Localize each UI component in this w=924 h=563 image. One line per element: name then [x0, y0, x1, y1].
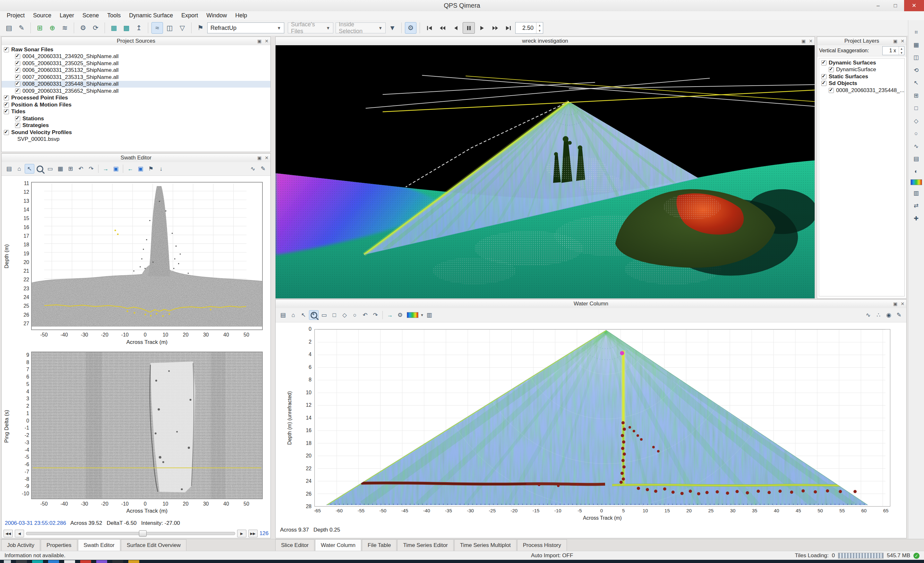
static-surface-icon[interactable]: ▩: [121, 22, 132, 34]
swath-editor-header[interactable]: Swath Editor ▣✕: [2, 154, 270, 162]
tab-process-history[interactable]: Process History: [517, 539, 567, 551]
checkbox[interactable]: [15, 54, 20, 59]
menu-project[interactable]: Project: [3, 11, 29, 20]
last-ping-button[interactable]: ▶▶: [248, 530, 258, 538]
list-view-icon[interactable]: ▤: [912, 154, 921, 163]
tree-item[interactable]: DynamicSurface: [819, 66, 904, 73]
checkbox[interactable]: [15, 75, 20, 80]
polygon-select-icon[interactable]: ◇: [912, 116, 921, 126]
float-panel-icon[interactable]: ▣: [257, 155, 261, 160]
export-image-icon[interactable]: ▤: [4, 164, 14, 174]
go-first-button[interactable]: [423, 22, 435, 34]
vertical-exaggeration-spinner[interactable]: 1 x ▲▼: [882, 46, 904, 55]
move-3d-icon[interactable]: ✚: [912, 214, 921, 223]
menu-tools[interactable]: Tools: [103, 11, 125, 20]
checkbox[interactable]: [829, 67, 834, 72]
tree-item[interactable]: Processed Point Files: [2, 94, 270, 102]
surface-files-dropdown[interactable]: Surface's Files ▼: [288, 22, 333, 33]
project-layers-header[interactable]: Project Layers ▣✕: [817, 37, 906, 46]
beam-angles-icon[interactable]: ∿: [248, 164, 258, 174]
settings-gear-icon[interactable]: ⚙: [395, 310, 405, 320]
checkbox[interactable]: [15, 61, 20, 66]
swath-ping-plot[interactable]: [31, 352, 263, 499]
swath-depth-plot[interactable]: [31, 182, 263, 330]
add-svp-icon[interactable]: ≋: [59, 22, 70, 34]
menu-help[interactable]: Help: [231, 11, 251, 20]
scene-3d-viewport[interactable]: [276, 45, 814, 298]
tree-item[interactable]: 0008_20060331_235448_...: [819, 87, 904, 94]
fast-rewind-button[interactable]: [436, 22, 448, 34]
tree-item[interactable]: 0009_20060331_235652_ShipName.all: [2, 88, 270, 94]
tree-item[interactable]: 0004_20060331_234920_ShipName.all: [2, 53, 270, 60]
water-column-header[interactable]: Water Column ▣✕: [276, 299, 906, 308]
slice-editor-tool-icon[interactable]: ◫: [164, 22, 176, 34]
tree-item[interactable]: Sd Objects: [819, 80, 904, 87]
add-processed-points-icon[interactable]: ⊕: [46, 22, 58, 34]
new-project-icon[interactable]: ▤: [3, 22, 15, 34]
tab-surface-edit-overview[interactable]: Surface Edit Overview: [121, 539, 186, 551]
tab-time-series-multiplot[interactable]: Time Series Multiplot: [454, 539, 516, 551]
tab-file-table[interactable]: File Table: [362, 539, 396, 551]
checkbox[interactable]: [15, 88, 20, 94]
tree-item[interactable]: Static Surfaces: [819, 73, 904, 80]
zoom-in-icon[interactable]: [309, 310, 319, 320]
split-view-icon[interactable]: ◫: [912, 52, 921, 62]
tree-item[interactable]: 0006_20060331_235132_ShipName.all: [2, 67, 270, 74]
zoom-icon[interactable]: [35, 164, 45, 174]
rect-select-icon[interactable]: □: [330, 310, 339, 320]
annotate-icon[interactable]: ✎: [894, 310, 904, 320]
wc-profile-icon[interactable]: ∿: [863, 310, 873, 320]
tree-item[interactable]: 0005_20060331_235025_ShipName.all: [2, 60, 270, 67]
checkbox[interactable]: [821, 60, 826, 66]
checkbox[interactable]: [4, 95, 9, 100]
windows-taskbar[interactable]: [0, 560, 924, 563]
reject-back-icon[interactable]: ←: [126, 164, 135, 174]
tree-item[interactable]: Raw Sonar Files: [2, 46, 270, 53]
tree-item[interactable]: Position & Motion Files: [2, 101, 270, 108]
project-notes-icon[interactable]: ✎: [16, 22, 27, 34]
refract-mode-dropdown[interactable]: RefractUp ▼: [207, 22, 284, 33]
lasso-select-icon[interactable]: ○: [350, 310, 360, 320]
menu-scene[interactable]: Scene: [78, 11, 103, 20]
rotate-view-icon[interactable]: ⟲: [912, 66, 921, 75]
start-button[interactable]: [4, 560, 11, 563]
cursor-select-icon[interactable]: ↖: [299, 310, 308, 320]
checkbox[interactable]: [821, 74, 826, 79]
accept-block-icon[interactable]: ▣: [111, 164, 121, 174]
tree-item[interactable]: Strategies: [2, 122, 270, 129]
ping-slider-handle[interactable]: [139, 530, 147, 537]
previous-ping-button[interactable]: ◀: [15, 530, 24, 538]
tab-swath-editor[interactable]: Swath Editor: [78, 539, 120, 551]
step-back-button[interactable]: [450, 22, 462, 34]
play-button[interactable]: [476, 22, 488, 34]
annotate-icon[interactable]: ✎: [258, 164, 268, 174]
swath-editor-tool-icon[interactable]: ≈: [152, 22, 163, 34]
ping-slider[interactable]: [26, 532, 235, 535]
apply-filters-icon[interactable]: ↓: [156, 164, 166, 174]
flag-tool-icon[interactable]: ⚑: [195, 22, 206, 34]
edit-grid-icon[interactable]: ▦: [56, 164, 65, 174]
checkbox[interactable]: [829, 88, 834, 93]
redo-icon[interactable]: ↷: [86, 164, 96, 174]
taskbar-icon[interactable]: [16, 560, 27, 563]
close-button[interactable]: ✕: [904, 0, 924, 11]
taskbar-icon[interactable]: [96, 560, 107, 563]
redo-icon[interactable]: ↷: [370, 310, 380, 320]
layout-grid-icon[interactable]: ⌗: [912, 27, 921, 37]
tree-item[interactable]: Tides: [2, 108, 270, 115]
playback-speed-spinner[interactable]: 2.50 ▲▼: [515, 22, 543, 34]
close-panel-icon[interactable]: ✕: [901, 39, 904, 43]
rect-select-icon[interactable]: □: [912, 103, 921, 113]
go-last-button[interactable]: [502, 22, 514, 34]
accept-edits-icon[interactable]: →: [385, 310, 394, 320]
checkbox[interactable]: [15, 116, 20, 121]
flag-ping-icon[interactable]: ⚑: [146, 164, 156, 174]
tab-job-activity[interactable]: Job Activity: [1, 539, 40, 551]
checkbox[interactable]: [15, 123, 20, 128]
taskbar-icon[interactable]: [128, 560, 139, 563]
tab-time-series-editor[interactable]: Time Series Editor: [397, 539, 453, 551]
tab-properties[interactable]: Properties: [41, 539, 77, 551]
taskbar-icon[interactable]: [80, 560, 91, 563]
checkbox[interactable]: [4, 47, 9, 52]
first-ping-button[interactable]: ◀◀: [3, 530, 13, 538]
